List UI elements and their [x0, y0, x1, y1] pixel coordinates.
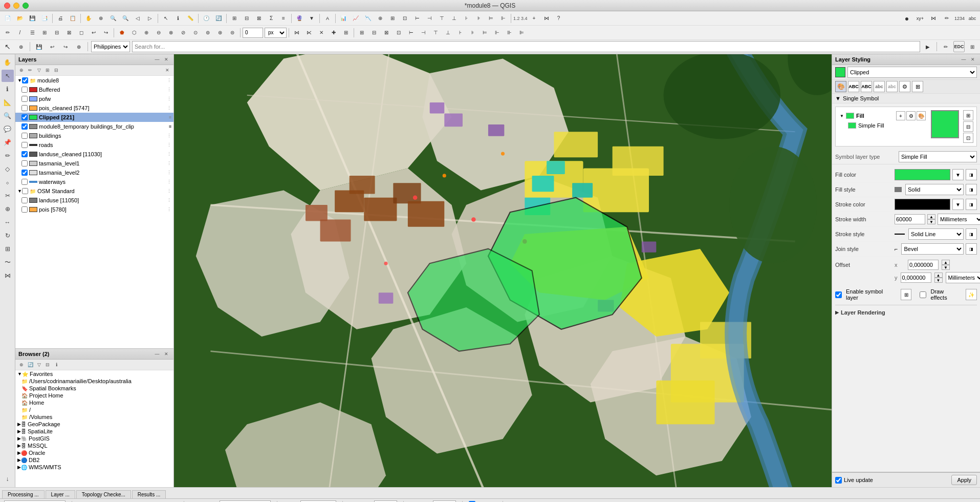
- tool-move[interactable]: ↔: [2, 216, 14, 228]
- tool-zoom[interactable]: 🔍: [2, 110, 14, 122]
- style-tab-label2[interactable]: abc: [886, 81, 898, 92]
- fill-tree-row[interactable]: ▼ Fill + ⚙ 🎨: [839, 110, 927, 121]
- style-layer-select[interactable]: Clipped: [847, 67, 977, 78]
- add-group-btn[interactable]: ⊕: [17, 66, 26, 74]
- pan-btn[interactable]: ✋: [83, 13, 94, 24]
- enable-symbol-btn[interactable]: ⊞: [901, 289, 912, 300]
- tool-vertex[interactable]: ⬦: [2, 176, 14, 189]
- expand-postgis[interactable]: [17, 436, 21, 441]
- digitize7[interactable]: ⊙: [190, 27, 201, 38]
- zoom-out-btn[interactable]: 🔍: [120, 13, 131, 24]
- db3-btn[interactable]: ⊠: [253, 13, 265, 24]
- extra11[interactable]: ⊨: [479, 27, 490, 38]
- checkbox-pofw[interactable]: [21, 96, 28, 102]
- fill-style-select[interactable]: Solid: [905, 184, 964, 195]
- apply-button[interactable]: Apply: [951, 475, 977, 485]
- stroke-width-up[interactable]: ▲: [927, 214, 935, 219]
- tool-measure[interactable]: 📐: [2, 96, 14, 109]
- tool-snap-edit[interactable]: ⋈: [2, 269, 14, 282]
- browser-wms[interactable]: 🌐 WMS/WMTS: [15, 464, 173, 471]
- tab-processing[interactable]: Processing ...: [2, 490, 45, 498]
- tool-identify[interactable]: ℹ: [2, 83, 14, 95]
- snap-other[interactable]: ⊞: [340, 27, 352, 38]
- simple-fill-tree-row[interactable]: Simple Fill: [839, 121, 927, 130]
- expand-geopackage[interactable]: [17, 422, 21, 427]
- attr14[interactable]: ⊩: [497, 13, 509, 24]
- v2-btn[interactable]: ▼: [306, 13, 317, 24]
- save-project-btn[interactable]: 💾: [27, 13, 38, 24]
- circle-btn[interactable]: ●: [901, 13, 912, 24]
- add-feat[interactable]: ⊕: [73, 41, 84, 52]
- expand-oracle[interactable]: [17, 450, 21, 455]
- tool-merge[interactable]: ⊕: [2, 203, 14, 215]
- browser-postgis[interactable]: 🐘 PostGIS: [15, 435, 173, 442]
- checkbox-landuse-cleaned[interactable]: [21, 151, 28, 157]
- layer-buffered[interactable]: Buffered ⋮: [15, 85, 173, 94]
- offset-y-down[interactable]: ▼: [934, 278, 943, 283]
- extra13[interactable]: ⊪: [504, 27, 515, 38]
- expand-spatialite[interactable]: [17, 429, 21, 434]
- draw-effects-btn[interactable]: ✨: [966, 289, 977, 300]
- layer-tasmania-level1[interactable]: tasmania_level1 ⋮: [15, 159, 173, 168]
- stroke-color-arrow-btn[interactable]: ▼: [952, 199, 964, 210]
- edit-row2-5[interactable]: ⊟: [51, 27, 62, 38]
- preview-btn-3[interactable]: ⊡: [963, 133, 973, 143]
- zoom-prev-btn[interactable]: ◁: [132, 13, 143, 24]
- tool-scale2[interactable]: ⊞: [2, 243, 14, 255]
- checkbox-waterways[interactable]: [21, 179, 28, 185]
- extra2[interactable]: ⊟: [368, 27, 380, 38]
- expand-module8[interactable]: [17, 78, 22, 83]
- layer-waterways[interactable]: waterways ⋮: [15, 177, 173, 186]
- remove-layer-btn[interactable]: ✕: [163, 66, 171, 74]
- digitize6[interactable]: ⊘: [178, 27, 189, 38]
- snap-off[interactable]: ✕: [316, 27, 327, 38]
- digitize-mode[interactable]: ✏: [940, 41, 951, 52]
- tool-arrow-down[interactable]: ↓: [2, 473, 14, 485]
- edit-row2-7[interactable]: ◻: [76, 27, 87, 38]
- attr6[interactable]: ⊡: [399, 13, 410, 24]
- checkbox-buildings[interactable]: [21, 133, 28, 139]
- style-tab-paint[interactable]: 🎨: [835, 81, 846, 92]
- tool-pin[interactable]: 📌: [2, 136, 14, 149]
- tool-select[interactable]: ↖: [2, 70, 14, 82]
- pointer-tool[interactable]: ⊕: [15, 41, 27, 52]
- print-btn[interactable]: 🖨: [55, 13, 66, 24]
- layer-module8-temp[interactable]: module8_temporary buildings_for_clip ≡: [15, 122, 173, 131]
- fill-color-swatch[interactable]: [895, 169, 950, 180]
- zoom-in-btn[interactable]: 🔍: [107, 13, 119, 24]
- checkbox-pois[interactable]: [21, 206, 28, 213]
- zoom-extent-btn[interactable]: ⊕: [95, 13, 106, 24]
- checkbox-landuse[interactable]: [21, 197, 28, 203]
- tab-layer[interactable]: Layer ...: [46, 490, 75, 498]
- checkbox-tasmania-level2[interactable]: [21, 170, 28, 176]
- tool-freehand[interactable]: 〜: [2, 256, 14, 268]
- scale-unit-select[interactable]: px mm: [265, 28, 287, 38]
- style-tab-label1[interactable]: abc: [874, 81, 885, 92]
- digi-btn[interactable]: ✏: [941, 13, 952, 24]
- browser-home[interactable]: 🏠 Home: [15, 399, 173, 406]
- fill-color-copy-btn[interactable]: ◨: [966, 169, 977, 180]
- attr4[interactable]: ⊕: [375, 13, 386, 24]
- style-tab-abc1[interactable]: ABC: [848, 81, 859, 92]
- coord-btn[interactable]: +: [529, 13, 540, 24]
- attr9[interactable]: ⊤: [436, 13, 447, 24]
- collapse-all-btn[interactable]: ⊟: [52, 66, 60, 74]
- layer-osm-standard[interactable]: 📁 OSM Standard ⋮: [15, 186, 173, 196]
- digitize2[interactable]: ⬡: [128, 27, 140, 38]
- checkbox-clipped[interactable]: [21, 114, 28, 120]
- offset-x-down[interactable]: ▼: [942, 265, 950, 270]
- help-btn[interactable]: ?: [553, 13, 564, 24]
- tab-results[interactable]: Results ...: [132, 490, 166, 498]
- layer-clipped[interactable]: Clipped [221] ≡: [15, 113, 173, 122]
- cursor-tool[interactable]: ↖: [2, 41, 13, 52]
- tab-topology[interactable]: Topology Checke...: [76, 490, 131, 498]
- extra14[interactable]: ⊫: [516, 27, 527, 38]
- style-tab-gear[interactable]: ⚙: [899, 81, 910, 92]
- browser-geopackage[interactable]: 🗄 GeoPackage: [15, 421, 173, 428]
- time-btn[interactable]: 🕐: [201, 13, 212, 24]
- lang-btn[interactable]: abc: [967, 13, 978, 24]
- attr2[interactable]: 📈: [350, 13, 361, 24]
- snap-btn[interactable]: ⋈: [541, 13, 552, 24]
- open-project-btn[interactable]: 📂: [14, 13, 26, 24]
- magnifier-input[interactable]: [374, 500, 397, 503]
